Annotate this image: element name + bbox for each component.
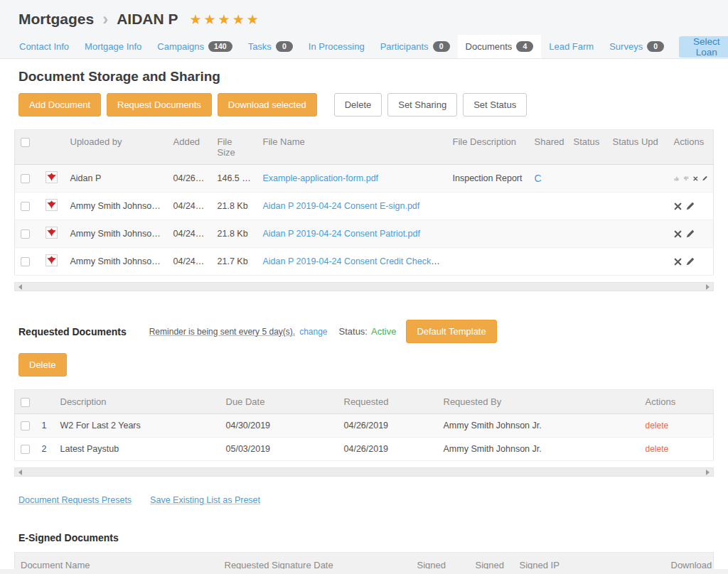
col-status-upd: Status Upd	[607, 130, 668, 165]
tab-participants[interactable]: Participants0	[373, 35, 458, 58]
tab-lead-farm[interactable]: Lead Farm	[541, 35, 601, 58]
delete-requested-button[interactable]: Delete	[18, 353, 67, 377]
scroll-right-icon[interactable]	[706, 284, 710, 290]
delete-request-link[interactable]: delete	[646, 421, 669, 430]
set-sharing-button[interactable]: Set Sharing	[387, 93, 457, 117]
campaigns-count-badge: 140	[208, 41, 232, 52]
thumbs-up-icon[interactable]	[674, 174, 680, 183]
preset-links: Document Requests Presets Save Existing …	[18, 495, 714, 505]
file-name-link[interactable]: Aidan P 2019-04-24 Consent E-sign.pdf	[263, 201, 420, 211]
row-checkbox[interactable]	[21, 421, 30, 430]
row-checkbox[interactable]	[21, 229, 30, 239]
tab-bar: Contact Info Mortgage Info Campaigns140 …	[0, 35, 728, 59]
file-name-link[interactable]: Aidan P 2019-04-24 Consent Patriot.pdf	[263, 229, 420, 239]
table-row: Ammy Smith Johnson Jr. 04/24/19 21.8 Kb …	[15, 193, 714, 220]
breadcrumb-chevron-icon: ›	[102, 14, 108, 24]
col-description: Description	[55, 390, 220, 414]
row-checkbox[interactable]	[21, 257, 30, 266]
tab-tasks[interactable]: Tasks0	[240, 35, 301, 58]
rating-stars[interactable]: ★★★★★	[190, 11, 261, 28]
documents-table: Uploaded by Added File Size File Name Fi…	[14, 129, 714, 276]
col-status: Status	[568, 130, 607, 165]
file-name-link[interactable]: Aidan P 2019-04-24 Consent Credit Check.…	[263, 256, 446, 266]
edit-icon[interactable]	[686, 229, 695, 238]
select-all-checkbox[interactable]	[21, 398, 30, 407]
tab-surveys[interactable]: Surveys0	[601, 35, 672, 58]
remove-icon[interactable]	[693, 175, 698, 183]
tab-campaigns[interactable]: Campaigns140	[149, 35, 240, 58]
default-template-button[interactable]: Default Template	[406, 320, 496, 343]
scroll-right-icon[interactable]	[706, 470, 710, 475]
col-requested-by: Requested By	[438, 390, 640, 414]
table-row: Aidan P 04/26/19 146.5 Kb Example-applic…	[15, 165, 714, 193]
scroll-left-icon[interactable]	[18, 470, 22, 475]
remove-icon[interactable]	[674, 202, 682, 210]
breadcrumb-section[interactable]: Mortgages	[18, 11, 94, 28]
add-document-button[interactable]: Add Document	[18, 93, 101, 117]
table-row: Ammy Smith Johnson Jr. 04/24/19 21.7 Kb …	[15, 248, 714, 276]
tasks-count-badge: 0	[276, 41, 293, 52]
edit-icon[interactable]	[702, 174, 707, 183]
col-file-name: File Name	[257, 130, 447, 165]
col-due-date: Due Date	[220, 390, 338, 414]
table-row: 2 Latest Paystub 05/03/2019 04/26/2019 A…	[15, 438, 714, 461]
delete-request-link[interactable]: delete	[646, 444, 669, 454]
requested-header-row: Description Due Date Requested Requested…	[15, 390, 714, 414]
set-status-button[interactable]: Set Status	[463, 93, 527, 117]
requested-documents-table: Description Due Date Requested Requested…	[14, 389, 714, 461]
tab-mortgage-info[interactable]: Mortgage Info	[77, 35, 149, 58]
main-content: Document Storage and Sharing Add Documen…	[0, 69, 728, 574]
top-band: Mortgages › AIDAN P ★★★★★ Contact Info M…	[0, 0, 728, 59]
col-actions: Actions	[640, 390, 714, 414]
horizontal-scrollbar[interactable]	[14, 282, 714, 291]
tab-contact-info[interactable]: Contact Info	[11, 35, 77, 58]
horizontal-scrollbar[interactable]	[14, 467, 714, 477]
pdf-file-icon	[46, 171, 58, 183]
section-title-storage: Document Storage and Sharing	[18, 69, 714, 85]
requested-documents-header: Requested Documents Reminder is being se…	[18, 320, 714, 343]
row-checkbox[interactable]	[21, 445, 30, 454]
pdf-file-icon	[46, 199, 58, 211]
breadcrumb: Mortgages › AIDAN P ★★★★★	[0, 0, 728, 35]
col-shared: Shared	[529, 130, 568, 165]
reminder-text: Reminder is being sent every 5 day(s).	[149, 327, 295, 337]
document-requests-presets-link[interactable]: Document Requests Presets	[18, 495, 132, 505]
delete-documents-button[interactable]: Delete	[334, 93, 382, 117]
pdf-file-icon	[46, 227, 58, 239]
row-checkbox[interactable]	[21, 202, 30, 211]
thumbs-down-icon[interactable]	[683, 174, 689, 183]
edit-icon[interactable]	[686, 202, 695, 210]
scroll-left-icon[interactable]	[18, 284, 22, 290]
save-list-as-preset-link[interactable]: Save Existing List as Preset	[150, 495, 260, 505]
surveys-count-badge: 0	[647, 41, 664, 52]
participants-count-badge: 0	[433, 41, 450, 52]
col-file-description: File Description	[447, 130, 529, 165]
shared-flag[interactable]: C	[535, 173, 542, 184]
table-row: Ammy Smith Johnson Jr. 04/24/19 21.8 Kb …	[15, 220, 714, 248]
col-actions: Actions	[668, 130, 714, 165]
edit-icon[interactable]	[686, 257, 695, 266]
documents-header-row: Uploaded by Added File Size File Name Fi…	[15, 130, 714, 165]
change-reminder-link[interactable]: change	[299, 327, 327, 337]
remove-icon[interactable]	[674, 258, 682, 266]
select-loan-dropdown[interactable]: Select Loan	[679, 36, 728, 58]
pdf-file-icon	[46, 254, 58, 266]
remove-icon[interactable]	[674, 230, 682, 238]
tab-documents[interactable]: Documents4	[458, 35, 542, 58]
file-name-link[interactable]: Example-application-form.pdf	[263, 173, 379, 183]
tab-in-processing[interactable]: In Processing	[301, 35, 373, 58]
storage-toolbar: Add Document Request Documents Download …	[18, 93, 714, 117]
loan-controls: Select Loan +	[679, 35, 728, 58]
section-title-esigned: E-Signed Documents	[18, 532, 714, 543]
select-all-checkbox[interactable]	[21, 138, 30, 147]
bottom-edge-strip	[0, 569, 728, 574]
status-label: Status:	[339, 326, 368, 337]
col-requested: Requested	[338, 390, 438, 414]
status-value: Active	[371, 326, 396, 337]
section-title-requested: Requested Documents	[18, 326, 127, 337]
request-documents-button[interactable]: Request Documents	[107, 93, 212, 117]
download-selected-button[interactable]: Download selected	[218, 93, 317, 117]
row-checkbox[interactable]	[21, 174, 30, 183]
documents-count-badge: 4	[516, 41, 533, 52]
table-row: 1 W2 For Last 2 Years 04/30/2019 04/26/2…	[15, 414, 714, 438]
